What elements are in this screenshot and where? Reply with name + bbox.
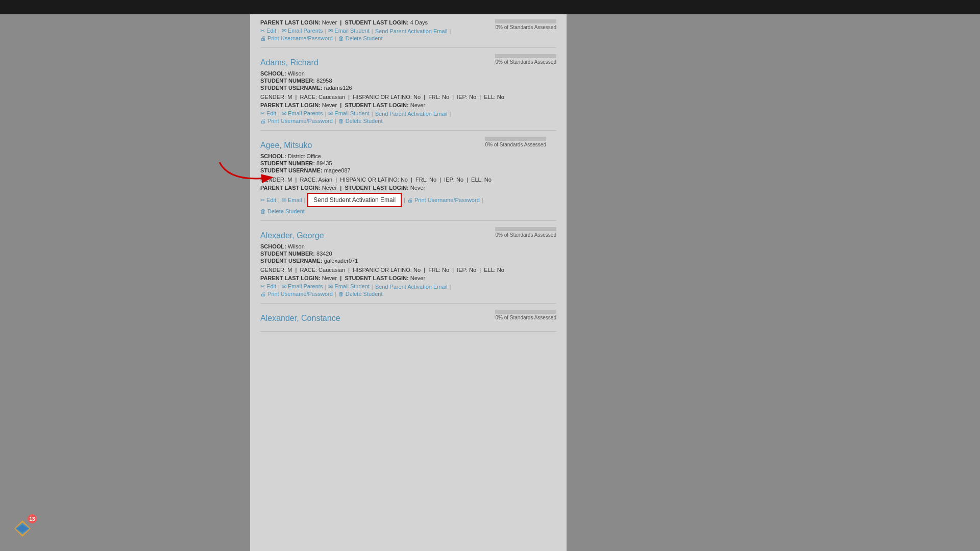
username-label-agee: STUDENT USERNAME: bbox=[260, 167, 323, 173]
progress-label-constance: 0% of Standards Assessed bbox=[495, 315, 556, 320]
student-card-alexander-constance: Alexander, Constance 0% of Standards Ass… bbox=[260, 310, 556, 332]
username-line-agee: STUDENT USERNAME: magee087 bbox=[260, 167, 492, 173]
username-label-adams: STUDENT USERNAME: bbox=[260, 85, 323, 91]
school-line-agee: SCHOOL: District Office bbox=[260, 153, 492, 159]
send-student-activation-agee[interactable]: Send Student Activation Email bbox=[307, 193, 402, 207]
demo-line-alexader: GENDER: M | RACE: Caucasian | HISPANIC O… bbox=[260, 267, 504, 273]
actions-agee-2: 🗑 Delete Student bbox=[260, 208, 492, 214]
progress-bar-constance bbox=[495, 310, 556, 314]
send-parent-activation-alexader[interactable]: Send Parent Activation Email bbox=[375, 284, 448, 290]
actions-alexader: ✂ Edit | ✉ Email Parents | ✉ Email Stude… bbox=[260, 283, 504, 290]
progress-agee: 0% of Standards Assessed bbox=[485, 137, 546, 147]
progress-adams: 0% of Standards Assessed bbox=[495, 54, 556, 65]
school-line-alexader: SCHOOL: Wilson bbox=[260, 243, 504, 249]
email-parents-agee[interactable]: ✉ Email bbox=[282, 197, 302, 204]
top-bar bbox=[0, 0, 980, 14]
progress-label-alexader: 0% of Standards Assessed bbox=[495, 232, 556, 238]
progress-bar-agee bbox=[485, 137, 546, 141]
delete-agee[interactable]: 🗑 Delete Student bbox=[260, 208, 305, 214]
student-name-agee: Agee, Mitsuko bbox=[260, 141, 492, 150]
progress-alexader: 0% of Standards Assessed bbox=[495, 227, 556, 238]
actions-partial: ✂ Edit | ✉ Email Parents | ✉ Email Stude… bbox=[260, 28, 451, 34]
email-student-alexader[interactable]: ✉ Email Student bbox=[328, 283, 370, 290]
login-line-alexader: PARENT LAST LOGIN: Never | STUDENT LAST … bbox=[260, 275, 504, 281]
print-adams[interactable]: 🖨 Print Username/Password bbox=[260, 118, 333, 124]
student-name-constance: Alexander, Constance bbox=[260, 314, 340, 323]
actions-agee: ✂ Edit | ✉ Email | Send Student Activati… bbox=[260, 193, 492, 207]
card-header-constance: Alexander, Constance 0% of Standards Ass… bbox=[260, 310, 556, 326]
demo-line-adams: GENDER: M | RACE: Caucasian | HISPANIC O… bbox=[260, 94, 504, 100]
school-value-adams: Wilson bbox=[288, 70, 305, 77]
num-label-adams: STUDENT NUMBER: bbox=[260, 78, 315, 84]
parent-login-value-partial: Never bbox=[322, 19, 337, 26]
student-card-adams: Adams, Richard SCHOOL: Wilson STUDENT NU… bbox=[260, 54, 556, 131]
num-value-adams: 82958 bbox=[316, 78, 332, 84]
email-student-adams[interactable]: ✉ Email Student bbox=[328, 110, 370, 117]
school-label-adams: SCHOOL: bbox=[260, 70, 286, 77]
username-line-adams: STUDENT USERNAME: radams126 bbox=[260, 85, 504, 91]
actions-alexader-2: 🖨 Print Username/Password | 🗑 Delete Stu… bbox=[260, 291, 504, 297]
num-label-agee: STUDENT NUMBER: bbox=[260, 160, 315, 166]
delete-partial[interactable]: 🗑 Delete Student bbox=[338, 35, 383, 41]
edit-link-alexader[interactable]: ✂ Edit bbox=[260, 283, 276, 290]
app-icon[interactable]: 13 bbox=[10, 516, 35, 541]
username-label-alexader: STUDENT USERNAME: bbox=[260, 258, 323, 264]
school-label-agee: SCHOOL: bbox=[260, 153, 286, 159]
print-alexader[interactable]: 🖨 Print Username/Password bbox=[260, 291, 333, 297]
student-login-label: STUDENT LAST LOGIN: bbox=[345, 19, 408, 26]
delete-alexader[interactable]: 🗑 Delete Student bbox=[338, 291, 383, 297]
print-partial[interactable]: 🖨 Print Username/Password bbox=[260, 35, 333, 41]
app-badge: 13 bbox=[28, 514, 37, 523]
email-parents-adams[interactable]: ✉ Email Parents bbox=[282, 110, 323, 117]
email-parents-alexader[interactable]: ✉ Email Parents bbox=[282, 283, 323, 290]
username-line-alexader: STUDENT USERNAME: galexader071 bbox=[260, 258, 504, 264]
progress-bar-partial bbox=[495, 19, 556, 23]
delete-adams[interactable]: 🗑 Delete Student bbox=[338, 118, 383, 124]
username-value-agee: magee087 bbox=[324, 167, 351, 173]
school-line-adams: SCHOOL: Wilson bbox=[260, 70, 504, 77]
parent-login-label: PARENT LAST LOGIN: bbox=[260, 19, 321, 26]
student-name-alexader: Alexader, George bbox=[260, 231, 504, 240]
actions-adams: ✂ Edit | ✉ Email Parents | ✉ Email Stude… bbox=[260, 110, 504, 117]
card-header-adams: Adams, Richard SCHOOL: Wilson STUDENT NU… bbox=[260, 54, 556, 125]
num-label-alexader: STUDENT NUMBER: bbox=[260, 251, 315, 257]
login-line-partial: PARENT LAST LOGIN: Never | STUDENT LAST … bbox=[260, 19, 451, 26]
edit-link-partial[interactable]: ✂ Edit bbox=[260, 28, 276, 34]
send-parent-activation-partial[interactable]: Send Parent Activation Email bbox=[375, 28, 448, 34]
username-value-alexader: galexader071 bbox=[324, 258, 358, 264]
progress-label-adams: 0% of Standards Assessed bbox=[495, 59, 556, 65]
num-value-agee: 89435 bbox=[316, 160, 332, 166]
num-line-alexader: STUDENT NUMBER: 83420 bbox=[260, 251, 504, 257]
student-card-partial-top: PARENT LAST LOGIN: Never | STUDENT LAST … bbox=[260, 19, 556, 48]
main-content: PARENT LAST LOGIN: Never | STUDENT LAST … bbox=[250, 14, 567, 551]
student-card-agee: Agee, Mitsuko SCHOOL: District Office ST… bbox=[260, 137, 556, 221]
card-header-alexader: Alexader, George SCHOOL: Wilson STUDENT … bbox=[260, 227, 556, 298]
print-agee[interactable]: 🖨 Print Username/Password bbox=[407, 197, 480, 203]
card-header-agee: Agee, Mitsuko SCHOOL: District Office ST… bbox=[260, 137, 556, 215]
login-line-agee: PARENT LAST LOGIN: Never | STUDENT LAST … bbox=[260, 185, 492, 191]
progress-label-agee: 0% of Standards Assessed bbox=[485, 142, 546, 147]
student-name-adams: Adams, Richard bbox=[260, 58, 504, 67]
school-label-alexader: SCHOOL: bbox=[260, 243, 286, 249]
login-line-adams: PARENT LAST LOGIN: Never | STUDENT LAST … bbox=[260, 102, 504, 108]
num-line-agee: STUDENT NUMBER: 89435 bbox=[260, 160, 492, 166]
school-value-agee: District Office bbox=[288, 153, 321, 159]
num-line-adams: STUDENT NUMBER: 82958 bbox=[260, 78, 504, 84]
actions-adams-2: 🖨 Print Username/Password | 🗑 Delete Stu… bbox=[260, 118, 504, 124]
progress-bar-adams bbox=[495, 54, 556, 58]
username-value-adams: radams126 bbox=[324, 85, 352, 91]
app-icon-bar: 13 bbox=[10, 516, 35, 541]
email-student-link-partial[interactable]: ✉ Email Student bbox=[328, 28, 370, 34]
edit-link-agee[interactable]: ✂ Edit bbox=[260, 197, 276, 204]
actions-partial-2: 🖨 Print Username/Password | 🗑 Delete Stu… bbox=[260, 35, 451, 41]
progress-bar-alexader bbox=[495, 227, 556, 231]
num-value-alexader: 83420 bbox=[316, 251, 332, 257]
progress-constance: 0% of Standards Assessed bbox=[495, 310, 556, 320]
student-login-value-partial: 4 Days bbox=[410, 19, 428, 26]
demo-line-agee: GENDER: M | RACE: Asian | HISPANIC OR LA… bbox=[260, 177, 492, 183]
card-header-partial: PARENT LAST LOGIN: Never | STUDENT LAST … bbox=[260, 19, 556, 42]
progress-partial: 0% of Standards Assessed bbox=[495, 19, 556, 30]
edit-link-adams[interactable]: ✂ Edit bbox=[260, 110, 276, 117]
send-parent-activation-adams[interactable]: Send Parent Activation Email bbox=[375, 111, 448, 117]
email-parents-link-partial[interactable]: ✉ Email Parents bbox=[282, 28, 323, 34]
